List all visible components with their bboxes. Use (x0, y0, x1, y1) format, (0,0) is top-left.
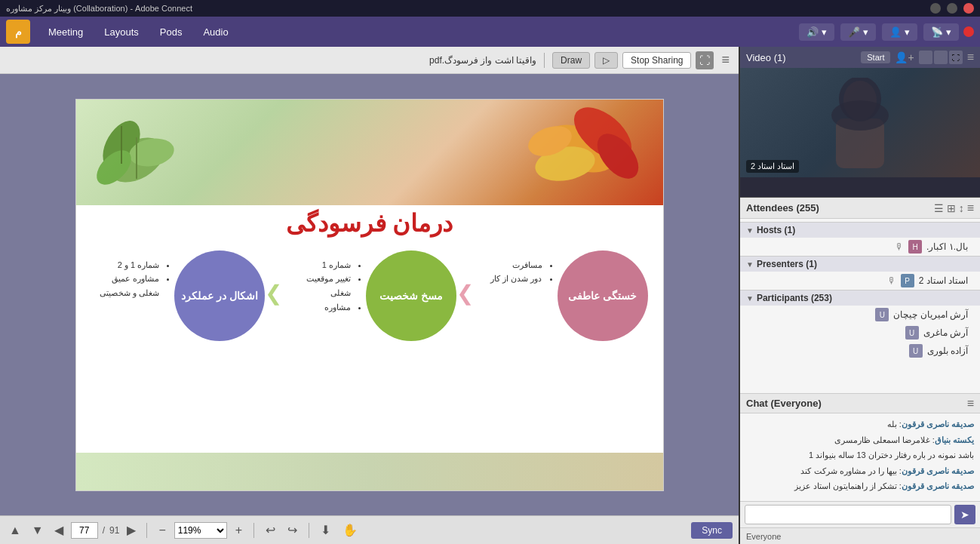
video-header: Video (1) Start 👤+ ⛶ ≡ (740, 47, 980, 68)
chat-footer: Everyone (740, 527, 980, 544)
menu-pods[interactable]: Pods (151, 23, 192, 41)
draw-button[interactable]: Draw (552, 52, 590, 69)
window-title: وبینار مرکز مشاوره (Collaboration) - Ado… (6, 4, 192, 14)
video-grid-btn-2[interactable] (934, 51, 948, 64)
chat-everyone-label: Everyone (746, 532, 781, 541)
participant-avatar-1: U (905, 326, 919, 340)
host-mic-icon-0: 🎙 (895, 241, 904, 252)
chat-text-4: تشکر از راهنمایتون استاد عزیز (794, 481, 897, 490)
redo-button[interactable]: ↪ (284, 521, 301, 539)
presenters-arrow-icon: ▼ (746, 260, 754, 269)
scroll-up-button[interactable]: ▲ (6, 522, 24, 539)
broadcast-button[interactable]: 📡 ▾ (923, 23, 959, 41)
toolbar-separator (544, 53, 545, 68)
menu-meeting[interactable]: Meeting (39, 23, 92, 41)
circle-1: خستگی عاطفی (558, 250, 648, 341)
participant-name-0: آرش امیریان چیچان (893, 309, 968, 320)
video-fullscreen-btn[interactable]: ⛶ (949, 51, 963, 64)
attendees-section: Attendees (255) ☰ ⊞ ↕ ≡ ▼ Hosts (1) (740, 198, 980, 393)
chat-text-0: بله (887, 420, 897, 429)
arrow-1: ❯ (456, 281, 474, 306)
text-block-3: شماره 1 و 2 مشاوره عمیق شغلی و شخصیتی (91, 250, 174, 308)
main-layout: واقیتا اشت واز فرسودگ.pdf Draw ▷ Stop Sh… (0, 47, 980, 544)
content-area: واقیتا اشت واز فرسودگ.pdf Draw ▷ Stop Sh… (0, 47, 739, 544)
mic-icon: 🎤 (848, 26, 860, 38)
video-section: Video (1) Start 👤+ ⛶ ≡ (740, 47, 980, 198)
hand-tool-button[interactable]: ✋ (339, 521, 361, 539)
chat-text-2: باشد نمونه در باره رفتار دختران 13 ساله … (809, 450, 974, 459)
app-logo: م (6, 20, 30, 44)
slide-title: درمان فرسودگی (76, 209, 663, 238)
host-item-0: بال.۱ اکبار. H 🎙 (740, 238, 980, 256)
hosts-label: Hosts (1) (757, 225, 795, 235)
menu-audio[interactable]: Audio (194, 23, 237, 41)
attendees-more-icon[interactable]: ≡ (967, 201, 974, 215)
hosts-arrow-icon: ▼ (746, 226, 754, 235)
chat-message-4: صدیقه ناصری قرقون: تشکر از راهنمایتون اس… (746, 480, 974, 493)
zoom-out-button[interactable]: − (155, 522, 169, 539)
more-options-button[interactable]: ≡ (718, 52, 733, 68)
broadcast-icon: 📡 (931, 26, 943, 38)
attendees-list-view-btn[interactable]: ☰ (934, 201, 944, 215)
fullscreen-button[interactable]: ⛶ (696, 51, 714, 69)
chat-sender-0: صدیقه ناصری قرقون (902, 420, 974, 429)
undo-button[interactable]: ↩ (262, 521, 279, 539)
circle-3: اشکال در عملکرد (174, 250, 265, 341)
video-more-icon[interactable]: ≡ (967, 51, 974, 64)
user-icon: 👤 (889, 26, 902, 38)
zoom-in-button[interactable]: + (232, 522, 246, 539)
attendees-sort-btn[interactable]: ↕ (959, 201, 964, 215)
mic-button[interactable]: 🎤 ▾ (840, 23, 876, 41)
chat-header: Chat (Everyone) ≡ (740, 394, 980, 413)
next-page-button[interactable]: ▶ (124, 521, 139, 539)
pointer-button[interactable]: ▷ (594, 52, 618, 69)
scroll-down-button[interactable]: ▼ (29, 522, 47, 539)
video-title: Video (1) (746, 52, 786, 63)
circle-label-2: مسخ شخصیت (366, 250, 456, 341)
prev-page-button[interactable]: ◀ (51, 521, 66, 539)
presenter-avatar-0: P (901, 274, 914, 287)
volume-button[interactable]: 🔊 ▾ (799, 23, 834, 41)
chat-text-1: غلامرضا اسمعلی ظارمسری (834, 435, 930, 444)
chat-messages: صدیقه ناصری قرقون: بله یکسته بنیاق: غلام… (740, 413, 980, 501)
hosts-group-header[interactable]: ▼ Hosts (1) (740, 222, 980, 238)
presenter-mic-icon-0: 🎙 (887, 275, 896, 286)
page-total: 91 (109, 525, 119, 536)
participant-item-2: آزاده بلوری U (740, 342, 980, 360)
video-start-button[interactable]: Start (861, 51, 890, 63)
attendees-controls: ☰ ⊞ ↕ ≡ (934, 201, 974, 215)
host-avatar-0: H (908, 240, 922, 254)
participant-name-1: آرش ماغری (923, 327, 968, 338)
close-button[interactable] (963, 3, 974, 14)
stop-sharing-button[interactable]: Stop Sharing (622, 52, 691, 69)
presenters-label: Presenters (1) (757, 259, 817, 269)
attendees-title: Attendees (255) (746, 202, 819, 214)
recording-indicator (963, 26, 974, 37)
participants-arrow-icon: ▼ (746, 294, 754, 303)
zoom-select[interactable]: 119% 100% 75% 50% (174, 522, 227, 539)
video-controls: Start 👤+ ⛶ ≡ (861, 51, 974, 64)
download-button[interactable]: ⬇ (317, 521, 334, 539)
participants-group-header[interactable]: ▼ Participants (253) (740, 290, 980, 306)
user-button[interactable]: 👤 ▾ (882, 23, 917, 41)
chat-message-3: صدیقه ناصری قرقون: بیها را در مشاوره شرک… (746, 465, 974, 478)
minimize-button[interactable] (930, 3, 941, 14)
sync-button[interactable]: Sync (691, 522, 733, 539)
attendees-grid-view-btn[interactable]: ⊞ (947, 201, 956, 215)
chat-text-3: بیها را در مشاوره شرکت کند (800, 466, 896, 475)
menu-layouts[interactable]: Layouts (95, 23, 148, 41)
chat-input[interactable] (745, 505, 951, 524)
presenters-group-header[interactable]: ▼ Presenters (1) (740, 256, 980, 272)
menu-bar: م Meeting Layouts Pods Audio 🔊 ▾ 🎤 ▾ 👤 ▾… (0, 17, 980, 47)
presenter-video: استاد استاد 2 (740, 68, 980, 177)
participant-avatar-0: U (875, 308, 889, 321)
window-controls[interactable] (930, 3, 974, 14)
maximize-button[interactable] (947, 3, 957, 14)
chat-send-button[interactable]: ➤ (954, 505, 975, 524)
slide-container: درمان فرسودگی خستگی عاطفی مسافرت (0, 74, 739, 515)
page-number-input[interactable] (71, 522, 98, 539)
participant-item-1: آرش ماغری U (740, 324, 980, 342)
video-grid-btn-1[interactable] (919, 51, 932, 64)
chat-more-icon[interactable]: ≡ (967, 397, 974, 410)
text-block-1: مسافرت دور شدن از کار (474, 250, 558, 294)
